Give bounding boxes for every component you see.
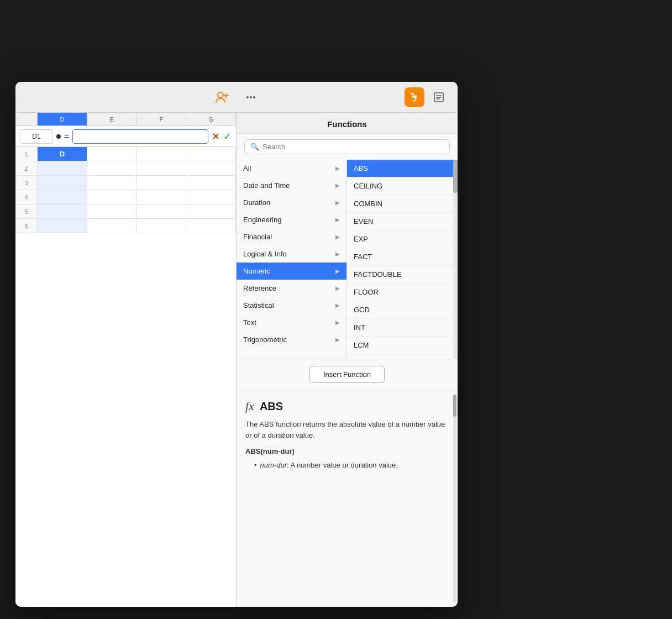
grid-cell[interactable] — [137, 147, 187, 161]
search-input[interactable] — [262, 143, 444, 151]
cell-ref-label: D1 — [32, 133, 40, 140]
search-icon: 🔍 — [250, 143, 259, 151]
grid-cell[interactable] — [137, 219, 187, 233]
grid-cell[interactable] — [38, 219, 87, 233]
function-item-gcd[interactable]: GCD — [347, 301, 458, 319]
category-chevron-icon: ▶ — [335, 302, 340, 308]
category-item-text[interactable]: Text▶ — [237, 314, 347, 331]
function-item-int[interactable]: INT — [347, 319, 458, 337]
grid-cell[interactable] — [186, 190, 236, 204]
grid-cell[interactable] — [137, 161, 187, 175]
category-label: Text — [243, 318, 256, 327]
grid-cell[interactable] — [137, 176, 187, 190]
category-item-date-and-time[interactable]: Date and Time▶ — [237, 177, 347, 194]
function-item-floor[interactable]: FLOOR — [347, 284, 458, 301]
category-item-financial[interactable]: Financial▶ — [237, 228, 347, 245]
column-header-f: F — [137, 113, 187, 125]
functions-column: ABSCEILINGCOMBINEVENEXPFACTFACTDOUBLEFLO… — [347, 160, 458, 359]
description-params: num-dur: A number value or duration valu… — [245, 460, 449, 471]
functions-button[interactable] — [405, 87, 424, 107]
spreadsheet-grid: 1 D 2 3 — [15, 147, 236, 607]
add-collaborator-button[interactable] — [212, 87, 232, 107]
category-chevron-icon: ▶ — [335, 337, 340, 343]
fx-icon: fx — [245, 399, 254, 413]
function-item-lcm[interactable]: LCM — [347, 337, 458, 354]
functions-panel: Functions 🔍 All▶Date and Time▶Duration▶E… — [237, 113, 458, 607]
grid-cell[interactable] — [87, 147, 137, 161]
desc-scrollbar-track[interactable] — [453, 395, 456, 602]
grid-row: 2 — [15, 161, 236, 176]
toolbar — [15, 82, 458, 113]
row-number: 3 — [15, 176, 38, 190]
scrollbar-thumb[interactable] — [453, 160, 458, 193]
function-item-exp[interactable]: EXP — [347, 230, 458, 248]
category-item-duration[interactable]: Duration▶ — [237, 194, 347, 211]
grid-cell[interactable] — [38, 176, 87, 190]
grid-row: 5 — [15, 204, 236, 219]
function-item-combin[interactable]: COMBIN — [347, 195, 458, 213]
category-item-engineering[interactable]: Engineering▶ — [237, 211, 347, 228]
scrollbar-track[interactable] — [453, 160, 458, 359]
row-num-spacer — [15, 113, 38, 125]
grid-cell[interactable] — [137, 204, 187, 218]
grid-cell[interactable] — [38, 190, 87, 204]
desc-scrollbar-thumb[interactable] — [453, 395, 456, 417]
category-chevron-icon: ▶ — [335, 182, 340, 188]
grid-cell[interactable] — [87, 161, 137, 175]
svg-point-5 — [253, 96, 255, 98]
function-item-abs[interactable]: ABS — [347, 160, 458, 177]
grid-cell[interactable] — [87, 204, 137, 218]
category-label: Trigonometric — [243, 335, 287, 344]
category-item-statistical[interactable]: Statistical▶ — [237, 297, 347, 314]
grid-cell[interactable] — [38, 204, 87, 218]
grid-cell[interactable] — [137, 190, 187, 204]
formula-cancel-button[interactable]: ✕ — [212, 130, 220, 143]
grid-row: 3 — [15, 176, 236, 190]
category-label: Reference — [243, 284, 276, 292]
row-number: 5 — [15, 204, 38, 218]
category-item-trigonometric[interactable]: Trigonometric▶ — [237, 331, 347, 348]
formula-input[interactable] — [72, 129, 208, 144]
grid-cell[interactable] — [186, 147, 236, 161]
category-label: Statistical — [243, 301, 274, 310]
description-title-row: fx ABS — [245, 399, 449, 413]
categories-column: All▶Date and Time▶Duration▶Engineering▶F… — [237, 160, 347, 359]
row-number: 6 — [15, 219, 38, 233]
description-body: The ABS function returns the absolute va… — [245, 419, 449, 440]
category-chevron-icon: ▶ — [335, 217, 340, 223]
grid-cell-active[interactable]: D — [38, 147, 87, 161]
grid-cell[interactable] — [87, 176, 137, 190]
column-header-d: D — [38, 113, 87, 125]
param-text: num-dur: A number value or duration valu… — [260, 460, 398, 471]
search-bar: 🔍 — [237, 134, 458, 160]
syntax-label: ABS(num-dur) — [245, 447, 295, 455]
function-name-title: ABS — [260, 400, 283, 413]
more-options-button[interactable] — [241, 87, 261, 107]
category-item-logical-&-info[interactable]: Logical & Info▶ — [237, 245, 347, 263]
svg-point-3 — [246, 96, 249, 98]
category-item-all[interactable]: All▶ — [237, 160, 347, 177]
grid-cell[interactable] — [186, 161, 236, 175]
category-item-numeric[interactable]: Numeric▶ — [237, 263, 347, 280]
description-syntax: ABS(num-dur) — [245, 447, 449, 455]
category-item-reference[interactable]: Reference▶ — [237, 280, 347, 297]
function-item-factdouble[interactable]: FACTDOUBLE — [347, 266, 458, 284]
category-chevron-icon: ▶ — [335, 251, 340, 257]
insert-function-button[interactable]: Insert Function — [309, 366, 385, 383]
function-item-ln[interactable]: LN — [347, 354, 458, 359]
grid-cell[interactable] — [186, 176, 236, 190]
grid-cell[interactable] — [186, 204, 236, 218]
category-chevron-icon: ▶ — [335, 165, 340, 171]
grid-cell[interactable] — [38, 161, 87, 175]
grid-cell[interactable] — [87, 190, 137, 204]
category-chevron-icon: ▶ — [335, 200, 340, 206]
function-item-even[interactable]: EVEN — [347, 213, 458, 230]
column-resize-handle[interactable] — [82, 147, 87, 161]
function-item-fact[interactable]: FACT — [347, 248, 458, 266]
grid-cell[interactable] — [87, 219, 137, 233]
grid-cell[interactable] — [186, 219, 236, 233]
formula-confirm-button[interactable]: ✓ — [223, 130, 232, 143]
function-item-ceiling[interactable]: CEILING — [347, 177, 458, 195]
column-header-row: D E F G — [15, 113, 236, 126]
format-button[interactable] — [429, 87, 449, 107]
